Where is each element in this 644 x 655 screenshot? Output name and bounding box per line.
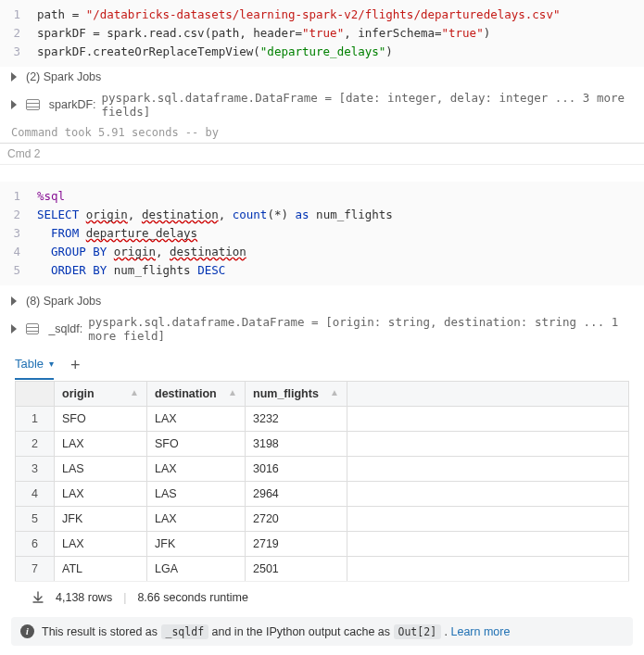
- schema-toggle-2[interactable]: _sqldf: pyspark.sql.dataframe.DataFrame …: [0, 311, 644, 346]
- row-number: 7: [16, 557, 55, 582]
- header-destination[interactable]: destination▲: [147, 382, 246, 407]
- row-number: 1: [16, 407, 55, 432]
- header-empty: [347, 382, 629, 407]
- cell-empty: [347, 557, 629, 582]
- cell-num-flights: 3198: [246, 432, 347, 457]
- header-origin[interactable]: origin▲: [55, 382, 147, 407]
- schema-body: pyspark.sql.dataframe.DataFrame = [origi…: [88, 315, 633, 343]
- code-line[interactable]: %sql: [37, 187, 65, 206]
- header-rownum[interactable]: [16, 382, 55, 407]
- cell-empty: [347, 532, 629, 557]
- cell-empty: [347, 482, 629, 507]
- cell-origin: ATL: [55, 557, 147, 582]
- result-footer: 4,138 rows | 8.66 seconds runtime: [15, 581, 629, 613]
- row-number: 2: [16, 432, 55, 457]
- row-number: 5: [16, 507, 55, 532]
- chevron-right-icon: [11, 100, 17, 109]
- code-cell-2[interactable]: 1%sql2SELECT origin, destination, count(…: [0, 182, 644, 285]
- sqldf-pill: _sqldf: [161, 624, 209, 639]
- schema-name: sparkDF:: [49, 98, 96, 111]
- sort-icon[interactable]: ▲: [130, 387, 139, 397]
- cell-destination: JFK: [147, 532, 246, 557]
- cell-origin: JFK: [55, 507, 147, 532]
- cell-num-flights: 2719: [246, 532, 347, 557]
- table-row[interactable]: 1SFOLAX3232: [16, 407, 629, 432]
- chevron-right-icon: [11, 72, 17, 82]
- cell-empty: [347, 507, 629, 532]
- code-line[interactable]: sparkDF.createOrReplaceTempView("departu…: [37, 43, 393, 61]
- table-row[interactable]: 3LASLAX3016: [16, 457, 629, 482]
- download-icon[interactable]: [32, 591, 44, 604]
- info-icon: i: [20, 624, 34, 638]
- cell-num-flights: 2964: [246, 482, 347, 507]
- result-table[interactable]: origin▲ destination▲ num_flights▲ 1SFOLA…: [15, 381, 629, 581]
- cell-destination: LAS: [147, 482, 246, 507]
- schema-name: _sqldf:: [48, 322, 82, 335]
- header-num-flights[interactable]: num_flights▲: [246, 382, 347, 407]
- cell-num-flights: 2720: [246, 507, 347, 532]
- cell-origin: LAX: [55, 532, 147, 557]
- schema-body: pyspark.sql.dataframe.DataFrame = [date:…: [102, 91, 633, 119]
- spark-jobs-count: (8) Spark Jobs: [26, 295, 101, 308]
- line-number: 1: [0, 6, 37, 24]
- add-tab-button[interactable]: +: [70, 356, 81, 381]
- spark-jobs-toggle-2[interactable]: (8) Spark Jobs: [0, 291, 644, 311]
- cell-destination: LAX: [147, 507, 246, 532]
- line-number: 3: [0, 43, 37, 61]
- dataset-icon: [26, 323, 39, 334]
- cell-num-flights: 3232: [246, 407, 347, 432]
- line-number: 3: [0, 224, 37, 243]
- cell-origin: LAX: [55, 482, 147, 507]
- table-row[interactable]: 5JFKLAX2720: [16, 507, 629, 532]
- code-line[interactable]: ORDER BY num_flights DESC: [37, 261, 225, 280]
- chevron-down-icon: ▾: [49, 359, 54, 369]
- table-row[interactable]: 2LAXSFO3198: [16, 432, 629, 457]
- cell-empty: [347, 407, 629, 432]
- cell-destination: LGA: [147, 557, 246, 582]
- sort-icon[interactable]: ▲: [330, 387, 339, 397]
- cell-origin: LAS: [55, 457, 147, 482]
- cell-destination: LAX: [147, 407, 246, 432]
- cell-destination: SFO: [147, 432, 246, 457]
- chevron-right-icon: [11, 324, 17, 334]
- table-row[interactable]: 7ATLLGA2501: [16, 557, 629, 582]
- line-number: 2: [0, 206, 37, 224]
- tab-table[interactable]: Table ▾: [15, 357, 54, 380]
- cell-origin: LAX: [55, 432, 147, 457]
- dataset-icon: [26, 99, 40, 110]
- command-status: Command took 5.91 seconds -- by: [0, 122, 644, 143]
- cell-num-flights: 2501: [246, 557, 347, 582]
- row-number: 3: [16, 457, 55, 482]
- cell-num-flights: 3016: [246, 457, 347, 482]
- code-line[interactable]: FROM departure_delays: [37, 224, 197, 243]
- row-number: 4: [16, 482, 55, 507]
- code-line[interactable]: SELECT origin, destination, count(*) as …: [37, 206, 393, 224]
- code-line[interactable]: path = "/databricks-datasets/learning-sp…: [37, 6, 560, 24]
- code-line[interactable]: GROUP BY origin, destination: [37, 243, 246, 261]
- tab-label: Table: [15, 357, 44, 371]
- cell-destination: LAX: [147, 457, 246, 482]
- result-table-wrap: origin▲ destination▲ num_flights▲ 1SFOLA…: [0, 381, 644, 581]
- cell-origin: SFO: [55, 407, 147, 432]
- result-tabs: Table ▾ +: [0, 346, 644, 381]
- spark-jobs-toggle-1[interactable]: (2) Spark Jobs: [0, 67, 644, 87]
- runtime: 8.66 seconds runtime: [137, 591, 248, 604]
- table-row[interactable]: 6LAXJFK2719: [16, 532, 629, 557]
- result-hint: i This result is stored as _sqldf and in…: [11, 617, 633, 646]
- line-number: 4: [0, 243, 37, 261]
- line-number: 5: [0, 261, 37, 280]
- schema-toggle-1[interactable]: sparkDF: pyspark.sql.dataframe.DataFrame…: [0, 87, 644, 122]
- table-row[interactable]: 4LAXLAS2964: [16, 482, 629, 507]
- spark-jobs-count: (2) Spark Jobs: [26, 70, 101, 83]
- row-count: 4,138 rows: [56, 591, 112, 604]
- cmd-number-label: Cmd 2: [0, 144, 644, 165]
- sort-icon[interactable]: ▲: [228, 387, 237, 397]
- cell-empty: [347, 457, 629, 482]
- line-number: 2: [0, 24, 37, 43]
- cell-empty: [347, 432, 629, 457]
- learn-more-link[interactable]: Learn more: [450, 625, 510, 638]
- out-pill: Out[2]: [394, 624, 442, 639]
- code-line[interactable]: sparkDF = spark.read.csv(path, header="t…: [37, 24, 490, 43]
- code-cell-1[interactable]: 1path = "/databricks-datasets/learning-s…: [0, 0, 644, 67]
- chevron-right-icon: [11, 296, 17, 306]
